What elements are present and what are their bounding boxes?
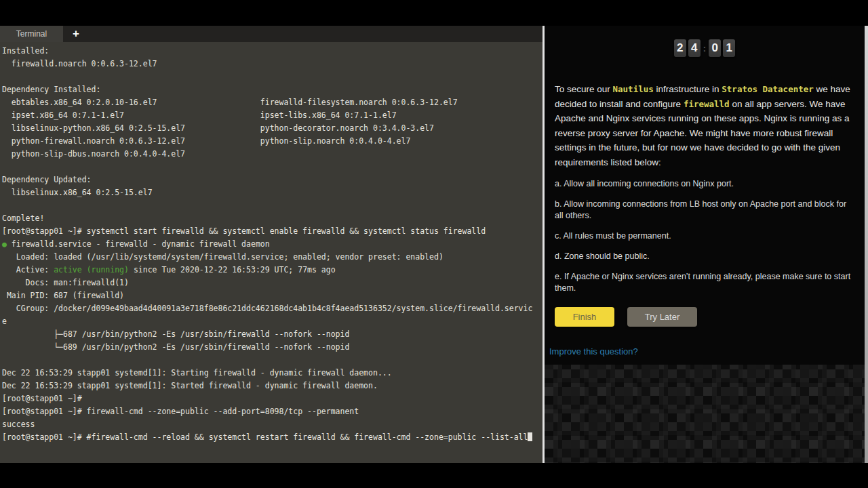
- code-highlight: firewalld: [684, 99, 730, 109]
- code-highlight: Stratos Datacenter: [722, 84, 813, 94]
- terminal-line: Dec 22 16:53:29 stapp01 systemd[1]: Star…: [2, 380, 542, 392]
- requirement-item: c. All rules must be permanent.: [555, 230, 854, 242]
- terminal-line: ● firewalld.service - firewalld - dynami…: [2, 238, 542, 251]
- terminal-line: libselinux-python.x86_64 0:2.5-15.el7 py…: [2, 122, 542, 135]
- code-highlight: Nautilus: [613, 84, 654, 94]
- finish-button[interactable]: Finish: [555, 307, 614, 327]
- terminal-text-green: active (running): [54, 265, 129, 274]
- terminal-line: ipset.x86_64 0:7.1-1.el7 ipset-libs.x86_…: [2, 109, 542, 122]
- terminal-line: [root@stapp01 ~]# systemctl start firewa…: [2, 225, 542, 238]
- countdown-timer: 24:01: [674, 39, 735, 57]
- requirement-item: a. Allow all incoming connections on Ngi…: [555, 178, 854, 190]
- terminal-line: Dependency Installed:: [2, 83, 542, 96]
- requirement-item: e. If Apache or Nginx services aren’t ru…: [555, 271, 854, 294]
- terminal-line: success: [2, 418, 542, 431]
- timer-digit: 1: [723, 39, 735, 57]
- terminal-line: [root@stapp01 ~]#: [2, 392, 542, 405]
- terminal-output[interactable]: Installed: firewalld.noarch 0:0.6.3-12.e…: [0, 42, 542, 463]
- plus-icon: +: [73, 27, 79, 41]
- terminal-line: Docs: man:firewalld(1): [2, 277, 542, 289]
- terminal-line: libselinux.x86_64 0:2.5-15.el7: [2, 186, 542, 199]
- requirements-list: a. Allow all incoming connections on Ngi…: [555, 178, 854, 294]
- question-paragraph: To secure our Nautilus infrastructure in…: [555, 82, 854, 169]
- terminal-line: python-firewall.noarch 0:0.6.3-12.el7 py…: [2, 135, 542, 148]
- terminal-line: e: [2, 315, 542, 328]
- terminal-line: ebtables.x86_64 0:2.0.10-16.el7 firewall…: [2, 96, 542, 109]
- terminal-cursor: [528, 432, 532, 441]
- question-card: 24:01 To secure our Nautilus infrastruct…: [545, 26, 865, 365]
- terminal-line: Active: active (running) since Tue 2020-…: [2, 264, 542, 277]
- new-tab-button[interactable]: +: [66, 26, 86, 42]
- terminal-line: ├─687 /usr/bin/python2 -Es /usr/sbin/fir…: [2, 328, 542, 341]
- timer-digit: 0: [709, 39, 721, 57]
- terminal-line: Complete!: [2, 212, 542, 225]
- timer-digit: 4: [688, 39, 701, 57]
- terminal-line: [root@stapp01 ~]# firewall-cmd --zone=pu…: [2, 405, 542, 418]
- timer-separator: :: [703, 43, 706, 54]
- screen: Terminal + Installed: firewalld.noarch 0…: [0, 0, 868, 488]
- terminal-line: python-slip-dbus.noarch 0:0.4.0-4.el7: [2, 148, 542, 161]
- terminal-line: [2, 70, 542, 83]
- terminal-line: [2, 199, 542, 212]
- tab-terminal-label: Terminal: [16, 29, 47, 39]
- terminal-line: firewalld.noarch 0:0.6.3-12.el7: [2, 58, 542, 70]
- terminal-line: [2, 161, 542, 174]
- terminal-line: Dependency Updated:: [2, 174, 542, 186]
- terminal-text-green: ●: [2, 239, 12, 249]
- requirement-item: b. Allow incoming connections from LB ho…: [555, 199, 854, 222]
- requirement-item: d. Zone should be public.: [555, 251, 854, 262]
- improve-question-link[interactable]: Improve this question?: [549, 346, 638, 357]
- terminal-line: Installed:: [2, 45, 542, 58]
- terminal-line: Main PID: 687 (firewalld): [2, 289, 542, 302]
- terminal-line: [2, 354, 542, 367]
- terminal-line: Dec 22 16:53:29 stapp01 systemd[1]: Star…: [2, 367, 542, 380]
- terminal-window: Terminal + Installed: firewalld.noarch 0…: [0, 26, 542, 463]
- button-row: Finish Try Later: [555, 307, 865, 327]
- terminal-line: [root@stapp01 ~]# #firewall-cmd --reload…: [2, 431, 542, 444]
- terminal-line: CGroup: /docker/d099e49baad4d40091a3e718…: [2, 302, 542, 315]
- try-later-button[interactable]: Try Later: [627, 307, 697, 327]
- tab-terminal[interactable]: Terminal: [0, 26, 63, 42]
- terminal-line: └─689 /usr/bin/python2 -Es /usr/sbin/fir…: [2, 341, 542, 354]
- panel-scrollbar[interactable]: [865, 26, 868, 463]
- terminal-tabbar: Terminal +: [0, 26, 542, 42]
- timer-digit: 2: [674, 39, 686, 57]
- task-panel: 24:01 To secure our Nautilus infrastruct…: [542, 26, 868, 463]
- terminal-line: Loaded: loaded (/usr/lib/systemd/system/…: [2, 251, 542, 264]
